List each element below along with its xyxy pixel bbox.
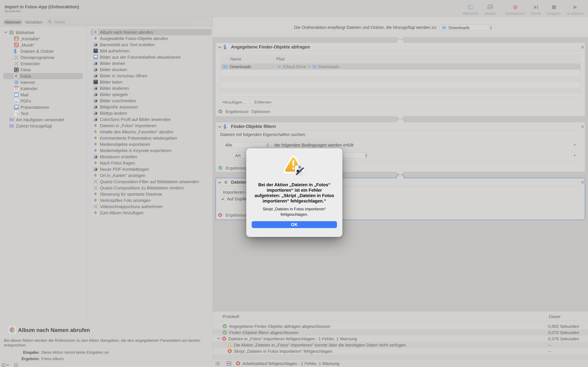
svg-text:17: 17 bbox=[15, 88, 18, 91]
svg-text:JUL: JUL bbox=[16, 86, 17, 87]
svg-text:PDF: PDF bbox=[15, 101, 17, 102]
